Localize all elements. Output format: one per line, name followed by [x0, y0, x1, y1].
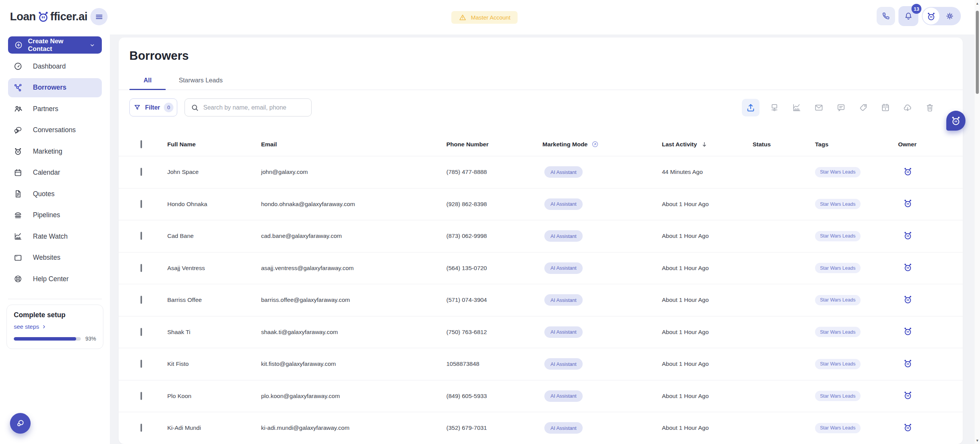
cell-last-activity: About 1 Hour Ago: [662, 201, 753, 208]
cell-email: asajj.ventress@galaxyfaraway.com: [261, 265, 446, 272]
page-scrollbar[interactable]: ▲ ▼: [975, 0, 980, 444]
sidebar-item-help-center[interactable]: Help Center: [8, 269, 102, 288]
export-icon: [746, 103, 756, 113]
owner-robot-icon[interactable]: [903, 166, 913, 177]
sidebar-item-label: Marketing: [33, 147, 62, 156]
row-checkbox[interactable]: [140, 328, 142, 336]
table-row[interactable]: Asajj Ventress asajj.ventress@galaxyfara…: [119, 252, 963, 285]
col-marketing-mode: Marketing Mode: [542, 140, 662, 148]
sidebar-item-marketing[interactable]: Marketing: [8, 142, 102, 161]
scrollbar-thumb[interactable]: [976, 11, 979, 94]
ai-assistant-bubble-button[interactable]: [946, 111, 965, 131]
sidebar-item-conversations[interactable]: Conversations: [8, 121, 102, 140]
tab-bar: All Starwars Leads: [119, 71, 963, 90]
mail-button[interactable]: [814, 103, 824, 113]
tag-badge: Star Wars Leads: [815, 167, 861, 177]
tag-button[interactable]: [858, 103, 868, 113]
monitor-button[interactable]: [769, 103, 779, 113]
marketing-mode-info-icon[interactable]: [591, 140, 599, 148]
page-title: Borrowers: [129, 49, 963, 63]
filter-button[interactable]: Filter 0: [129, 98, 177, 116]
owner-robot-icon[interactable]: [903, 326, 913, 336]
col-last-activity[interactable]: Last Activity: [662, 141, 753, 148]
owner-robot-icon[interactable]: [903, 198, 913, 208]
support-chat-button[interactable]: [10, 413, 31, 434]
tab-starwars-leads-label: Starwars Leads: [179, 77, 223, 84]
sidebar-item-label: Websites: [33, 254, 60, 262]
sidebar-toggle-button[interactable]: [90, 8, 108, 25]
row-checkbox[interactable]: [140, 232, 142, 240]
owner-robot-icon[interactable]: [903, 230, 913, 241]
tab-all[interactable]: All: [129, 71, 166, 90]
cloud-download-button[interactable]: [903, 103, 913, 113]
row-checkbox[interactable]: [140, 360, 142, 368]
row-checkbox[interactable]: [140, 168, 142, 176]
owner-robot-icon[interactable]: [903, 294, 913, 305]
table-row[interactable]: Cad Bane cad.bane@galaxyfaraway.com (873…: [119, 220, 963, 252]
row-checkbox[interactable]: [140, 296, 142, 304]
scroll-down-arrow[interactable]: ▼: [975, 439, 980, 442]
row-checkbox[interactable]: [140, 424, 142, 432]
comment-button[interactable]: [836, 103, 846, 113]
cell-phone: (849) 605-5933: [446, 393, 542, 400]
calendar-dot-button[interactable]: [880, 103, 890, 113]
search-input[interactable]: [203, 104, 305, 111]
bank-icon: [13, 211, 23, 220]
create-new-contact-button[interactable]: Create New Contact: [8, 36, 102, 54]
scroll-up-arrow[interactable]: ▲: [975, 2, 980, 5]
table-row[interactable]: Shaak Ti shaak.ti@galaxyfaraway.com (750…: [119, 316, 963, 349]
sidebar-item-calendar[interactable]: Calendar: [8, 163, 102, 182]
table-row[interactable]: Plo Koon plo.koon@galaxyfaraway.com (849…: [119, 380, 963, 413]
cell-full-name: Cad Bane: [167, 233, 261, 239]
table-row[interactable]: Kit Fisto kit.fisto@galaxyfaraway.com 10…: [119, 348, 963, 380]
calendar-dot-icon: [880, 103, 890, 113]
sidebar-divider: [8, 299, 102, 299]
borrowers-panel: Borrowers All Starwars Leads Filter 0 Fu…: [119, 38, 963, 444]
robot-icon: [13, 147, 23, 156]
row-checkbox[interactable]: [140, 264, 142, 272]
cell-email: john@galaxy.com: [261, 169, 446, 175]
col-owner: Owner: [898, 141, 963, 148]
sidebar-item-borrowers[interactable]: Borrowers: [8, 78, 102, 97]
tab-starwars-leads[interactable]: Starwars Leads: [174, 71, 227, 90]
table-row[interactable]: John Space john@galaxy.com (785) 477-888…: [119, 156, 963, 188]
table-row[interactable]: Ki-Adi Mundi ki-adi.mundi@galaxyfaraway.…: [119, 412, 963, 444]
gear-icon[interactable]: [945, 11, 954, 21]
phone-button[interactable]: [877, 7, 895, 25]
sidebar-item-websites[interactable]: Websites: [8, 248, 102, 267]
cell-phone: (785) 477-8888: [446, 169, 542, 175]
sidebar-item-quotes[interactable]: Quotes: [8, 184, 102, 203]
cell-email: ki-adi.mundi@galaxyfaraway.com: [261, 424, 446, 431]
table-row[interactable]: Barriss Offee barriss.offee@galaxyfarawa…: [119, 284, 963, 316]
sidebar-item-rate-watch[interactable]: Rate Watch: [8, 227, 102, 246]
marketing-mode-badge: AI Assistant: [544, 358, 583, 370]
tag-badge: Star Wars Leads: [815, 423, 861, 433]
sidebar-item-partners[interactable]: Partners: [8, 99, 102, 118]
menu-icon: [95, 12, 104, 21]
window-icon: [13, 253, 23, 262]
assistant-toggle-button[interactable]: [923, 8, 939, 25]
sidebar-item-pipelines[interactable]: Pipelines: [8, 206, 102, 225]
export-button[interactable]: [742, 99, 760, 116]
owner-robot-icon[interactable]: [903, 390, 913, 400]
col-phone: Phone Number: [446, 141, 542, 148]
tag-badge: Star Wars Leads: [815, 199, 861, 209]
owner-robot-icon[interactable]: [903, 422, 913, 433]
search-box: [185, 98, 312, 116]
owner-robot-icon[interactable]: [903, 358, 913, 369]
sidebar-item-label: Quotes: [33, 190, 54, 198]
sidebar-item-dashboard[interactable]: Dashboard: [8, 57, 102, 76]
histogram-button[interactable]: [792, 103, 802, 113]
notification-count-badge: 13: [911, 4, 921, 14]
owner-robot-icon[interactable]: [903, 262, 913, 272]
notifications-button[interactable]: 13: [898, 6, 918, 26]
trash-button[interactable]: [925, 103, 935, 113]
row-checkbox[interactable]: [140, 392, 142, 400]
users-icon: [13, 104, 23, 113]
warning-icon: [459, 13, 467, 21]
select-all-checkbox[interactable]: [140, 140, 142, 148]
see-steps-link[interactable]: see steps: [14, 323, 96, 330]
robot-icon: [950, 115, 962, 126]
table-row[interactable]: Hondo Ohnaka hondo.ohnaka@galaxyfaraway.…: [119, 188, 963, 221]
row-checkbox[interactable]: [140, 200, 142, 208]
